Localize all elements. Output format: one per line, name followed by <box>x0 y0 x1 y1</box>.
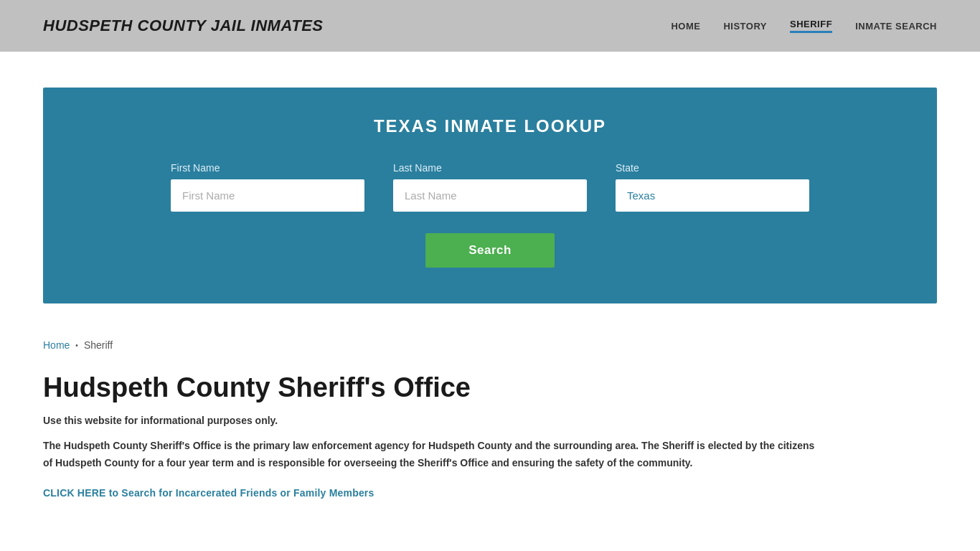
breadcrumb-home-link[interactable]: Home <box>43 339 70 351</box>
search-fields: First Name Last Name State <box>86 162 894 212</box>
state-input[interactable] <box>616 179 809 212</box>
first-name-input[interactable] <box>171 179 364 212</box>
search-panel-title: TEXAS INMATE LOOKUP <box>86 116 894 136</box>
main-nav: HOME HISTORY SHERIFF INMATE SEARCH <box>671 19 937 33</box>
breadcrumb: Home • Sheriff <box>0 325 980 358</box>
first-name-label: First Name <box>171 162 364 174</box>
last-name-label: Last Name <box>393 162 587 174</box>
first-name-group: First Name <box>171 162 364 212</box>
main-content: Hudspeth County Sheriff's Office Use thi… <box>0 358 980 528</box>
notice-text: Use this website for informational purpo… <box>43 415 937 426</box>
description-text: The Hudspeth County Sheriff's Office is … <box>43 438 818 472</box>
breadcrumb-current: Sheriff <box>84 339 113 351</box>
header-bottom-bar <box>0 52 980 66</box>
nav-history[interactable]: HISTORY <box>723 21 767 32</box>
last-name-group: Last Name <box>393 162 587 212</box>
state-label: State <box>616 162 809 174</box>
site-title: HUDSPETH COUNTY JAIL INMATES <box>43 17 323 35</box>
breadcrumb-separator: • <box>75 342 78 349</box>
search-button[interactable]: Search <box>425 233 555 268</box>
nav-inmate-search[interactable]: INMATE SEARCH <box>855 21 937 32</box>
site-header: HUDSPETH COUNTY JAIL INMATES HOME HISTOR… <box>0 0 980 52</box>
page-heading: Hudspeth County Sheriff's Office <box>43 372 937 403</box>
cta-link[interactable]: CLICK HERE to Search for Incarcerated Fr… <box>43 487 374 499</box>
state-group: State <box>616 162 809 212</box>
search-button-container: Search <box>86 233 894 268</box>
search-panel: TEXAS INMATE LOOKUP First Name Last Name… <box>43 88 937 303</box>
last-name-input[interactable] <box>393 179 587 212</box>
nav-sheriff[interactable]: SHERIFF <box>790 19 832 33</box>
nav-home[interactable]: HOME <box>671 21 700 32</box>
